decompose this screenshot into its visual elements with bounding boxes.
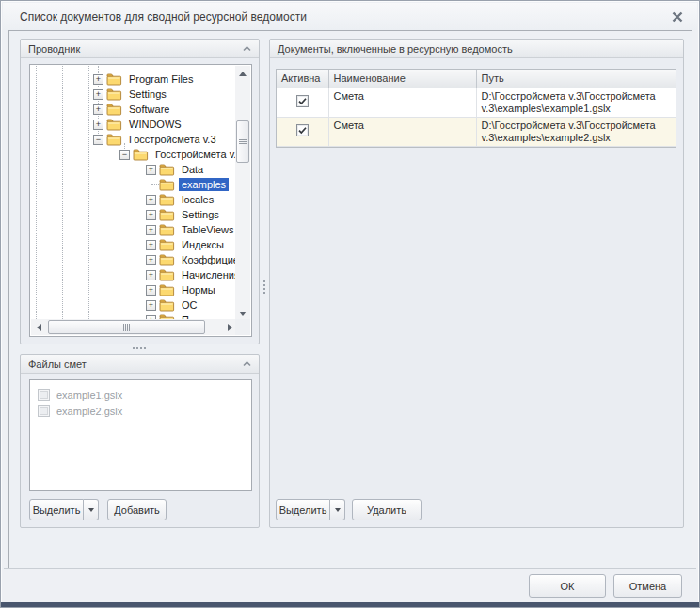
expand-node-icon[interactable]: + bbox=[146, 255, 156, 265]
folder-icon bbox=[106, 104, 122, 116]
collapse-node-icon[interactable]: − bbox=[119, 150, 130, 160]
tree-item[interactable]: +Software bbox=[31, 102, 237, 117]
tree-item-label: Нормы bbox=[179, 283, 218, 296]
tree-item-label: Data bbox=[179, 163, 206, 176]
tree-item[interactable]: +Settings bbox=[31, 87, 237, 102]
cell-active bbox=[277, 88, 328, 117]
tree-item[interactable]: +ОС bbox=[31, 297, 237, 312]
tree-horizontal-scrollbar[interactable] bbox=[31, 319, 237, 335]
cell-name: Смета bbox=[328, 88, 476, 117]
expand-node-icon[interactable]: + bbox=[93, 74, 103, 85]
file-name: example2.gslx bbox=[56, 406, 122, 417]
caret-down-icon bbox=[335, 508, 341, 512]
tree-item[interactable]: +Нормы bbox=[31, 282, 237, 297]
select-dropdown-button[interactable] bbox=[84, 499, 99, 520]
folder-icon bbox=[159, 254, 175, 266]
dialog-window: Список документов для сводной ресурсной … bbox=[0, 0, 700, 608]
select-button[interactable]: Выделить bbox=[276, 499, 330, 520]
vertical-scroll-thumb[interactable] bbox=[236, 120, 249, 163]
folder-icon bbox=[159, 194, 175, 206]
tree-item-label: Госстройсмета v.3 bbox=[126, 133, 219, 146]
tree-item[interactable]: +Data bbox=[31, 162, 237, 177]
expand-node-icon[interactable]: + bbox=[146, 165, 156, 175]
file-list-item[interactable]: example1.gslx bbox=[30, 387, 251, 403]
tree-item-label: Начисления bbox=[179, 268, 237, 281]
folder-icon bbox=[133, 149, 149, 161]
expand-node-icon[interactable]: + bbox=[146, 285, 156, 296]
select-dropdown-button[interactable] bbox=[330, 499, 345, 520]
tree-item[interactable]: +TableViews bbox=[31, 222, 237, 237]
documents-panel-title: Документы, включенные в ресурсную ведомо… bbox=[278, 43, 513, 55]
tree-item[interactable]: +Индексы bbox=[31, 237, 237, 252]
scroll-left-icon[interactable] bbox=[31, 319, 46, 335]
tree-item[interactable]: −Госстройсмета v.3 bbox=[31, 132, 237, 147]
explorer-panel-title: Проводник bbox=[28, 43, 80, 55]
tree-item[interactable]: examples bbox=[31, 177, 237, 192]
tree-item[interactable]: +Начисления bbox=[31, 267, 237, 282]
vertical-splitter[interactable] bbox=[262, 268, 267, 306]
file-checkbox[interactable] bbox=[38, 405, 50, 417]
documents-buttons: Выделить Удалить bbox=[276, 499, 422, 520]
tree-item-label: Коэффициенты bbox=[179, 253, 237, 266]
expand-node-icon[interactable]: + bbox=[93, 104, 103, 115]
tree-viewport: +Program Files+Settings+Software+WINDOWS… bbox=[31, 66, 237, 321]
tree-item[interactable]: −Госстройсмета v.3 bbox=[31, 147, 237, 162]
column-header-path[interactable]: Путь bbox=[476, 70, 676, 88]
folder-icon bbox=[106, 134, 122, 146]
files-buttons: Выделить Добавить bbox=[29, 499, 167, 520]
tree-item-label: examples bbox=[179, 178, 229, 191]
files-panel: Файлы смет example1.gslxexample2.gslx Вы… bbox=[20, 354, 260, 528]
collapse-panel-icon[interactable] bbox=[243, 46, 251, 52]
horizontal-scroll-thumb[interactable] bbox=[48, 320, 205, 334]
scroll-up-icon[interactable] bbox=[235, 66, 250, 81]
tree-item[interactable]: +Program Files bbox=[31, 72, 237, 87]
tree-item-label: Settings bbox=[179, 208, 222, 221]
expand-node-icon[interactable]: + bbox=[93, 89, 103, 100]
ok-button[interactable]: ОК bbox=[529, 574, 606, 598]
expand-node-icon[interactable]: + bbox=[146, 195, 156, 205]
tree-item-label: locales bbox=[179, 193, 216, 206]
tree-items: +Program Files+Settings+Software+WINDOWS… bbox=[31, 66, 237, 321]
active-checkbox[interactable] bbox=[296, 98, 309, 109]
folder-icon bbox=[159, 269, 175, 281]
expand-node-icon[interactable]: + bbox=[146, 270, 156, 280]
table-row[interactable]: СметаD:\Госстройсмета v.3\Госстройсмета … bbox=[277, 117, 676, 146]
tree-item-label: ОС bbox=[179, 298, 200, 312]
cell-active bbox=[277, 117, 328, 146]
cell-path: D:\Госстройсмета v.3\Госстройсмета v.3\e… bbox=[476, 117, 676, 146]
tree-item[interactable]: +Коэффициенты bbox=[31, 252, 237, 267]
folder-icon bbox=[159, 209, 175, 221]
expand-node-icon[interactable]: + bbox=[146, 225, 156, 235]
active-checkbox[interactable] bbox=[296, 127, 309, 138]
collapse-node-icon[interactable]: − bbox=[93, 135, 103, 145]
explorer-panel-header: Проводник bbox=[21, 40, 259, 58]
folder-icon bbox=[106, 119, 122, 131]
folder-icon bbox=[159, 179, 175, 191]
caret-down-icon bbox=[88, 508, 94, 512]
collapse-panel-icon[interactable] bbox=[243, 361, 251, 367]
documents-table-wrap: Активна Наименование Путь СметаD:\Госстр… bbox=[276, 69, 676, 148]
expand-node-icon[interactable]: + bbox=[146, 240, 156, 250]
files-list: example1.gslxexample2.gslx bbox=[29, 379, 252, 491]
cell-path: D:\Госстройсмета v.3\Госстройсмета v.3\e… bbox=[476, 88, 676, 117]
file-checkbox[interactable] bbox=[38, 389, 50, 401]
tree-vertical-scrollbar[interactable] bbox=[235, 66, 250, 321]
window-title: Список документов для сводной ресурсной … bbox=[3, 10, 307, 24]
tree-item[interactable]: +Settings bbox=[31, 207, 237, 222]
close-icon[interactable] bbox=[670, 9, 685, 24]
select-button[interactable]: Выделить bbox=[29, 499, 84, 520]
cancel-button[interactable]: Отмена bbox=[613, 574, 682, 598]
expand-node-icon[interactable]: + bbox=[93, 120, 103, 130]
column-header-active[interactable]: Активна bbox=[277, 70, 328, 88]
expand-node-icon[interactable]: + bbox=[146, 210, 156, 220]
file-list-item[interactable]: example2.gslx bbox=[30, 403, 251, 419]
add-button[interactable]: Добавить bbox=[107, 499, 167, 520]
column-header-name[interactable]: Наименование bbox=[328, 70, 476, 88]
delete-button[interactable]: Удалить bbox=[352, 499, 422, 520]
table-row[interactable]: СметаD:\Госстройсмета v.3\Госстройсмета … bbox=[277, 88, 676, 117]
tree-item[interactable]: +WINDOWS bbox=[31, 117, 237, 132]
tree-item[interactable]: +locales bbox=[31, 192, 237, 207]
folder-icon bbox=[159, 239, 175, 251]
horizontal-splitter[interactable] bbox=[120, 345, 158, 351]
expand-node-icon[interactable]: + bbox=[146, 300, 156, 311]
